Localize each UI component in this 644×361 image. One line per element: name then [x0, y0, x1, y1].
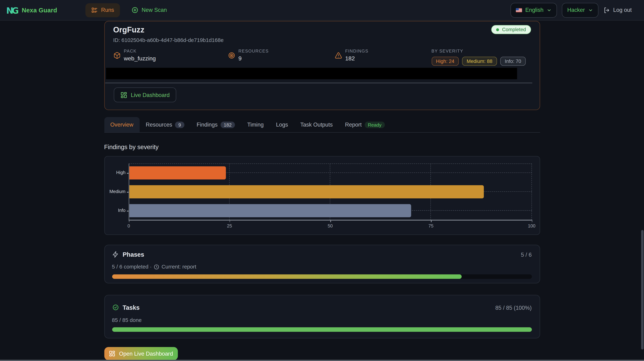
- logout-icon: [603, 7, 610, 14]
- tab-label: Resources: [146, 122, 172, 128]
- status-label: Completed: [502, 27, 526, 32]
- tab-resources[interactable]: Resources9: [140, 117, 190, 132]
- terminal-strip: [106, 68, 517, 79]
- by-severity-label: BY SEVERITY: [432, 48, 526, 53]
- us-flag-icon: [516, 8, 522, 12]
- target-icon: [228, 52, 235, 59]
- live-dashboard-label: Live Dashboard: [131, 92, 170, 98]
- severity-pill: Info: 70: [500, 57, 526, 66]
- phases-subtitle: 5 / 6 completed ·: [112, 264, 152, 270]
- tasks-title: Tasks: [122, 304, 140, 311]
- brand-name: Nexa Guard: [22, 7, 57, 14]
- severity-pills: High: 24Medium: 88Info: 70: [432, 57, 526, 66]
- tab-bar: OverviewResources9Findings182TimingLogsT…: [104, 117, 540, 133]
- brand[interactable]: NG Nexa Guard: [6, 5, 57, 16]
- stat-pack: PACKweb_fuzzing: [113, 48, 228, 66]
- scrollbar-thumb[interactable]: [641, 230, 644, 350]
- findings-chart: 0255075100HighMediumInfo: [104, 156, 540, 235]
- y-axis: [128, 164, 129, 220]
- stat-value: 182: [345, 55, 368, 62]
- clock-icon: [154, 264, 160, 270]
- chart-bar-medium: [129, 185, 484, 198]
- chevron-down-icon: [588, 8, 593, 12]
- tab-label: Report: [345, 122, 362, 128]
- tab-label: Task Outputs: [300, 122, 333, 128]
- x-tick-label: 100: [524, 223, 540, 228]
- chart-bar-high: [129, 166, 226, 180]
- tasks-subtitle: 85 / 85 done: [112, 317, 142, 323]
- window-bottom-edge: [0, 360, 644, 361]
- list-icon: [91, 7, 98, 14]
- stat-label: PACK: [124, 48, 156, 53]
- svg-text:NG: NG: [6, 5, 18, 15]
- tasks-counter: 85 / 85 (100%): [495, 305, 532, 311]
- tab-badge: 182: [220, 121, 235, 128]
- by-severity: BY SEVERITY High: 24Medium: 88Info: 70: [432, 48, 526, 66]
- bolt-icon: [112, 251, 119, 258]
- navbar: NG Nexa Guard Runs: [0, 0, 644, 20]
- open-live-dashboard-button[interactable]: Open Live Dashboard: [104, 347, 178, 360]
- tasks-progress-fill: [112, 327, 532, 332]
- x-tick-label: 75: [423, 223, 439, 228]
- tab-report[interactable]: ReportReady: [339, 117, 391, 132]
- nexa-guard-logo-icon: NG: [6, 5, 18, 16]
- category-label: Medium: [99, 189, 126, 194]
- plus-circle-icon: [131, 7, 138, 14]
- tab-label: Overview: [110, 122, 133, 128]
- open-live-dashboard-label: Open Live Dashboard: [119, 350, 173, 357]
- x-tick-label: 25: [221, 223, 238, 228]
- x-tick-label: 0: [120, 223, 137, 228]
- status-dot-icon: [496, 28, 499, 31]
- check-circle-icon: [112, 304, 119, 311]
- tab-logs[interactable]: Logs: [270, 117, 294, 132]
- tab-task-outputs[interactable]: Task Outputs: [294, 117, 339, 132]
- run-id: ID: 6102504b-a60b-4d47-b86d-de719b1d168e: [113, 37, 224, 43]
- tab-badge: Ready: [364, 121, 385, 128]
- status-badge: Completed: [491, 25, 531, 34]
- dashboard-grid-icon: [109, 350, 116, 357]
- chevron-down-icon: [547, 8, 552, 12]
- logout-button[interactable]: Log out: [603, 7, 632, 14]
- nav-runs-label: Runs: [101, 7, 114, 13]
- category-label: High: [99, 170, 126, 175]
- run-stats: PACKweb_fuzzingRESOURCES9FINDINGS182 BY …: [113, 48, 533, 66]
- warning-icon: [334, 52, 342, 59]
- role-select[interactable]: Hacker: [562, 3, 598, 18]
- phases-progress: [112, 274, 532, 279]
- stat-resources: RESOURCES9: [228, 48, 334, 66]
- run-title: OrgFuzz: [113, 26, 144, 34]
- tasks-card: Tasks 85 / 85 (100%) 85 / 85 done: [104, 295, 540, 338]
- run-header-card: OrgFuzz Completed ID: 6102504b-a60b-4d47…: [104, 21, 540, 110]
- findings-chart-plot: 0255075100HighMediumInfo: [129, 164, 532, 220]
- x-tick-label: 50: [322, 223, 338, 228]
- tab-overview[interactable]: Overview: [104, 117, 140, 132]
- tasks-progress: [112, 327, 532, 332]
- live-dashboard-button[interactable]: Live Dashboard: [114, 88, 176, 102]
- role-value: Hacker: [567, 7, 585, 13]
- tab-timing[interactable]: Timing: [241, 117, 270, 132]
- nav-runs-button[interactable]: Runs: [86, 3, 120, 17]
- nav-new-scan-label: New Scan: [142, 7, 167, 13]
- stat-value: 9: [238, 55, 269, 62]
- language-value: English: [525, 7, 543, 13]
- divider: [105, 83, 532, 84]
- severity-pill: Medium: 88: [462, 57, 497, 66]
- tab-label: Logs: [276, 122, 288, 128]
- stat-label: RESOURCES: [238, 48, 269, 53]
- chart-bar-info: [129, 204, 411, 217]
- app-window: NG Nexa Guard Runs: [0, 0, 644, 361]
- stat-label: FINDINGS: [345, 48, 368, 53]
- logout-label: Log out: [613, 7, 632, 13]
- nav-new-scan-button[interactable]: New Scan: [126, 3, 173, 17]
- tab-findings[interactable]: Findings182: [190, 117, 241, 132]
- phases-card: Phases 5 / 6 5 / 6 completed · Current: …: [104, 245, 540, 284]
- category-label: Info: [99, 208, 126, 212]
- phases-current: Current: report: [162, 264, 196, 270]
- x-axis: [128, 220, 532, 221]
- stat-findings: FINDINGS182: [334, 48, 432, 66]
- tab-badge: 9: [175, 121, 184, 128]
- phases-progress-fill: [112, 274, 462, 279]
- tab-label: Findings: [196, 122, 218, 128]
- package-icon: [113, 52, 120, 59]
- language-select[interactable]: English: [510, 3, 557, 18]
